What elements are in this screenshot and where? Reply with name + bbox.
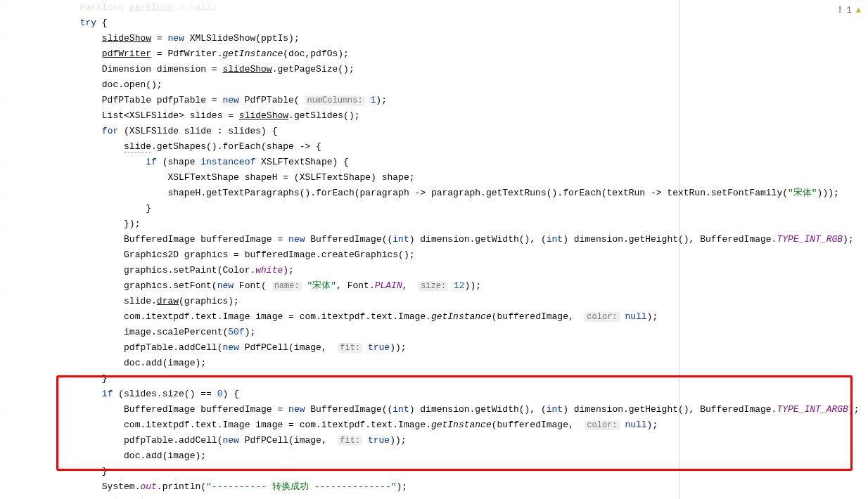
code-line: com.itextpdf.text.Image image = com.itex… [14,309,868,325]
code-line: slide.getShapes().forEach(shape -> { [14,139,868,155]
code-line: shapeH.getTextParagraphs().forEach(parag… [14,186,868,201]
code-line: com.itextpdf.text.Image image = com.itex… [14,417,868,433]
code-line: image.scalePercent(50f); [14,325,868,340]
code-line: slide.draw(graphics); [14,294,868,309]
code-line: pdfWriter = PdfWriter.getInstance(doc,pd… [14,46,868,62]
code-line: graphics.setPaint(Color.white); [14,263,868,278]
code-line: BufferedImage bufferedImage = new Buffer… [14,232,868,247]
code-line: Dimension dimension = slideShow.getPageS… [14,62,868,77]
code-line: graphics.setFont(new Font( name: "宋体", F… [14,278,868,294]
code-line: pdfpTable.addCell(new PdfPCell(image, fi… [14,433,868,448]
code-line: if (shape instanceof XSLFTextShape) { [14,155,868,170]
code-line: } [14,464,868,479]
code-line: BufferedImage bufferedImage = new Buffer… [14,402,868,417]
code-line: if (slides.size() == 0) { [14,387,868,402]
code-line: } [14,201,868,216]
code-line: doc.add(image); [14,356,868,371]
code-line: return true; [14,495,868,499]
code-line: PdfPTable pdfpTable = new PdfPTable( num… [14,93,868,108]
code-line: slideShow = new XMLSlideShow(pptIs); [14,31,868,46]
code-line: for (XSLFSlide slide : slides) { [14,124,868,139]
code-line: pdfpTable.addCell(new PdfPCell(image, fi… [14,340,868,356]
code-line: Graphics2D graphics = bufferedImage.crea… [14,247,868,263]
code-line: List<XSLFSlide> slides = slideShow.getSl… [14,108,868,124]
gutter [0,0,6,499]
code-line: System.out.println("---------- 转换成功 ----… [14,479,868,495]
code-line: XSLFTextShape shapeH = (XSLFTextShape) s… [14,170,868,186]
code-line: try { [14,15,868,31]
code-line: }); [14,216,868,232]
code-line: } [14,371,868,387]
code-editor[interactable]: ParkIcon parkIcon = null; try { slideSho… [0,0,868,499]
code-line: doc.open(); [14,77,868,93]
code-line: doc.add(image); [14,448,868,464]
code-line: ParkIcon parkIcon = null; [14,0,868,15]
